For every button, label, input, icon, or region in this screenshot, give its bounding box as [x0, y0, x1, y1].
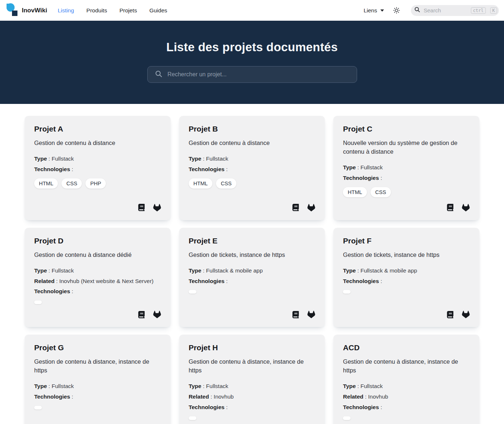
navbar-right: Liens ctr [364, 5, 499, 16]
project-search[interactable] [147, 66, 357, 83]
project-technologies-label: Technologies : [34, 288, 161, 295]
project-card: Projet A Gestion de contenu à distance T… [25, 116, 171, 220]
tech-chip: CSS [371, 187, 391, 197]
tech-chip [34, 300, 42, 304]
inovwiki-logo-icon [5, 2, 19, 19]
technology-chips [189, 290, 316, 294]
navbar: InovWiki Listing Produits Projets Guides… [0, 0, 504, 21]
search-icon [155, 70, 162, 79]
tech-chip: HTML [34, 178, 58, 189]
project-technologies-label: Technologies : [343, 174, 470, 182]
tech-chip: CSS [61, 178, 82, 189]
project-type: Type : Fullstack [343, 164, 470, 171]
documentation-book-icon[interactable] [447, 311, 453, 318]
gitlab-icon[interactable] [462, 311, 470, 318]
project-technologies-label: Technologies : [189, 278, 316, 285]
tech-chip: HTML [343, 187, 367, 197]
technology-chips [34, 300, 161, 304]
project-description: Gestion de contenu à distance, instance … [189, 358, 316, 375]
project-description: Gestion de contenu à distance [34, 139, 161, 148]
gitlab-icon[interactable] [307, 311, 315, 318]
project-description: Gestion de contenu à distance, instance … [34, 358, 161, 375]
liens-dropdown-label: Liens [364, 7, 377, 14]
technology-chips [343, 290, 470, 294]
project-technologies-label: Technologies : [189, 166, 316, 173]
project-title: Projet B [189, 125, 316, 133]
documentation-book-icon[interactable] [292, 204, 299, 211]
project-card: ACD Gestion de contenu à distance, insta… [333, 335, 479, 424]
liens-dropdown[interactable]: Liens [364, 7, 384, 14]
project-technologies-label: Technologies : [34, 166, 161, 173]
nav-link-produits[interactable]: Produits [87, 7, 107, 14]
project-title: Projet D [34, 237, 161, 245]
gitlab-icon[interactable] [462, 204, 470, 211]
documentation-book-icon[interactable] [447, 204, 453, 211]
project-card: Projet C Nouvelle version du système de … [333, 116, 479, 220]
project-description: Gestion de contenu à distance [189, 139, 316, 148]
project-related: Related : Inovhub [189, 393, 316, 401]
nav-link-listing[interactable]: Listing [58, 7, 74, 14]
project-description: Nouvelle version du système de gestion d… [343, 139, 470, 156]
projects-grid: Projet A Gestion de contenu à distance T… [25, 116, 479, 424]
project-type: Type : Fullstack [34, 155, 161, 163]
project-related: Related : Inovhub [343, 393, 470, 401]
project-related: Related : Inovhub (Next website & Next S… [34, 278, 161, 285]
tech-chip [189, 290, 196, 294]
gitlab-icon[interactable] [153, 204, 161, 211]
project-card: Projet E Gestion de tickets, instance de… [179, 228, 325, 327]
project-title: ACD [343, 343, 470, 352]
technology-chips [343, 416, 470, 420]
project-description: Gestion de tickets, instance de https [189, 251, 316, 259]
card-actions [343, 304, 470, 318]
project-search-input[interactable] [167, 71, 349, 78]
project-type: Type : Fullstack [34, 383, 161, 390]
project-card: Projet G Gestion de contenu à distance, … [25, 335, 171, 424]
kbd-k: K [490, 7, 497, 14]
project-type: Type : Fullstack [34, 267, 161, 275]
tech-chip [343, 290, 351, 294]
tech-chip [189, 416, 196, 420]
tech-chip: HTML [189, 178, 212, 189]
project-card: Projet D Gestion de contenu à distance d… [25, 228, 171, 327]
documentation-book-icon[interactable] [138, 311, 145, 318]
project-description: Gestion de contenu à distance, instance … [343, 358, 470, 375]
project-description: Gestion de contenu à distance dédié [34, 251, 161, 259]
brand-name: InovWiki [22, 7, 47, 14]
project-technologies-label: Technologies : [343, 404, 470, 411]
project-technologies-label: Technologies : [343, 278, 470, 285]
brand-logo[interactable]: InovWiki [5, 2, 47, 19]
technology-chips: HTMLCSSPHP [34, 178, 161, 189]
card-actions [34, 197, 161, 211]
card-actions [189, 420, 316, 424]
global-search-input[interactable] [423, 7, 468, 14]
card-actions [343, 420, 470, 424]
tech-chip [34, 406, 42, 409]
search-icon [415, 7, 420, 14]
nav-link-projets[interactable]: Projets [119, 7, 137, 14]
project-title: Projet F [343, 237, 470, 245]
project-card: Projet H Gestion de contenu à distance, … [179, 335, 325, 424]
gitlab-icon[interactable] [153, 311, 161, 318]
project-type: Type : Fullstack [189, 155, 316, 163]
project-card: Projet B Gestion de contenu à distance T… [179, 116, 325, 220]
chevron-down-icon [380, 9, 384, 12]
documentation-book-icon[interactable] [292, 311, 299, 318]
nav-link-guides[interactable]: Guides [149, 7, 167, 14]
technology-chips: HTMLCSS [189, 178, 316, 189]
project-card: Projet F Gestion de tickets, instance de… [333, 228, 479, 327]
gitlab-icon[interactable] [307, 204, 315, 211]
theme-toggle-sun-icon[interactable] [393, 7, 400, 14]
project-type: Type : Fullstack [189, 383, 316, 390]
kbd-ctrl: ctrl [471, 7, 486, 14]
project-type: Type : Fullstack & mobile app [189, 267, 316, 275]
hero-banner: Liste des projets documentés [0, 21, 504, 104]
global-search[interactable]: ctrl K [411, 5, 499, 16]
project-title: Projet C [343, 125, 470, 133]
project-title: Projet G [34, 343, 161, 352]
project-technologies-label: Technologies : [34, 393, 161, 401]
card-actions [189, 304, 316, 318]
page-title: Liste des projets documentés [7, 40, 497, 54]
documentation-book-icon[interactable] [138, 204, 145, 211]
card-actions [34, 304, 161, 318]
card-actions [34, 420, 161, 424]
